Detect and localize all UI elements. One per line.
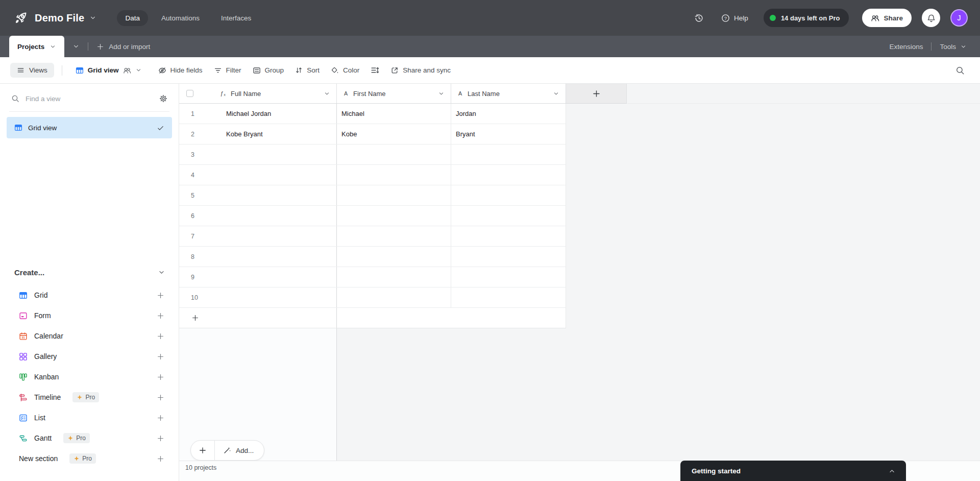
cell-last-name[interactable]: Bryant xyxy=(451,124,566,144)
cell-first-name[interactable] xyxy=(337,267,451,287)
cell-full-name[interactable]: 3 xyxy=(179,145,337,164)
create-item-grid[interactable]: Grid xyxy=(0,285,179,305)
rocket-logo-icon[interactable] xyxy=(14,11,28,25)
cell-first-name[interactable] xyxy=(337,145,451,164)
column-header-first-name[interactable]: First Name xyxy=(337,84,451,103)
create-item-new-section[interactable]: New sectionPro xyxy=(0,448,179,469)
gear-icon[interactable] xyxy=(159,94,167,103)
add-view-icon[interactable] xyxy=(157,312,164,320)
tools-button[interactable]: Tools xyxy=(940,43,967,51)
add-or-import-button[interactable]: Add or import xyxy=(96,43,150,51)
filter-button[interactable]: Filter xyxy=(208,63,247,78)
grid-view-button[interactable]: Grid view xyxy=(70,63,148,78)
cell-last-name[interactable] xyxy=(451,267,566,287)
help-button[interactable]: Help xyxy=(721,14,748,22)
cell-last-name[interactable] xyxy=(451,206,566,226)
cell-last-name[interactable] xyxy=(451,185,566,205)
group-button[interactable]: Group xyxy=(247,63,290,78)
add-field-button[interactable] xyxy=(566,84,627,103)
add-view-icon[interactable] xyxy=(157,455,164,463)
add-view-icon[interactable] xyxy=(157,292,164,299)
cell-last-name[interactable]: Jordan xyxy=(451,104,566,124)
create-item-list[interactable]: List xyxy=(0,407,179,428)
table-row[interactable]: 5 xyxy=(179,185,566,206)
cell-last-name[interactable] xyxy=(451,247,566,267)
create-item-form[interactable]: Form xyxy=(0,305,179,326)
cell-first-name[interactable]: Kobe xyxy=(337,124,451,144)
cell-full-name[interactable]: 10 xyxy=(179,287,337,307)
add-row[interactable] xyxy=(179,308,566,328)
sort-button[interactable]: Sort xyxy=(289,63,325,78)
topbar-tab-interfaces[interactable]: Interfaces xyxy=(213,10,259,26)
cell-full-name[interactable]: 4 xyxy=(179,165,337,185)
extensions-button[interactable]: Extensions xyxy=(889,43,923,51)
chevron-down-icon[interactable] xyxy=(50,43,56,50)
add-view-icon[interactable] xyxy=(157,414,164,422)
chevron-down-icon[interactable] xyxy=(438,90,445,97)
create-item-kanban[interactable]: Kanban xyxy=(0,367,179,387)
find-view-input[interactable] xyxy=(26,95,153,103)
table-row[interactable]: 6 xyxy=(179,206,566,226)
table-list-chevron-icon[interactable] xyxy=(72,43,80,50)
cell-full-name[interactable]: 5 xyxy=(179,185,337,205)
share-and-sync-button[interactable]: Share and sync xyxy=(385,63,456,78)
cell-last-name[interactable] xyxy=(451,226,566,246)
table-row[interactable]: 2Kobe BryantKobeBryant xyxy=(179,124,566,145)
search-icon[interactable] xyxy=(955,66,965,75)
create-section-header[interactable]: Create... xyxy=(0,263,179,281)
add-row-left[interactable] xyxy=(179,308,337,328)
add-view-icon[interactable] xyxy=(157,332,164,340)
history-icon[interactable] xyxy=(694,13,704,23)
cell-first-name[interactable] xyxy=(337,247,451,267)
color-button[interactable]: Color xyxy=(325,63,365,78)
column-header-full-name[interactable]: Full Name xyxy=(179,84,337,103)
cell-first-name[interactable] xyxy=(337,287,451,307)
table-row[interactable]: 10 xyxy=(179,287,566,308)
create-item-gantt[interactable]: GanttPro xyxy=(0,428,179,448)
base-title[interactable]: Demo File xyxy=(35,12,84,24)
notifications-button[interactable] xyxy=(922,9,940,27)
add-with-ai-button[interactable]: Add... xyxy=(215,446,264,454)
cell-last-name[interactable] xyxy=(451,165,566,185)
getting-started-panel[interactable]: Getting started xyxy=(680,461,906,481)
cell-first-name[interactable] xyxy=(337,185,451,205)
cell-first-name[interactable] xyxy=(337,165,451,185)
create-item-calendar[interactable]: Calendar xyxy=(0,326,179,346)
cell-full-name[interactable]: 2Kobe Bryant xyxy=(179,124,337,144)
sidebar-item-grid-view[interactable]: Grid view xyxy=(7,117,172,138)
column-header-last-name[interactable]: Last Name xyxy=(451,84,566,103)
cell-first-name[interactable] xyxy=(337,226,451,246)
hide-fields-button[interactable]: Hide fields xyxy=(153,63,208,78)
create-item-gallery[interactable]: Gallery xyxy=(0,346,179,367)
trial-badge[interactable]: 14 days left on Pro xyxy=(764,9,849,27)
topbar-tab-automations[interactable]: Automations xyxy=(153,10,208,26)
share-button[interactable]: Share xyxy=(862,9,912,27)
add-view-icon[interactable] xyxy=(157,394,164,401)
tab-projects[interactable]: Projects xyxy=(9,36,64,57)
table-row[interactable]: 4 xyxy=(179,165,566,185)
cell-full-name[interactable]: 9 xyxy=(179,267,337,287)
create-item-timeline[interactable]: TimelinePro xyxy=(0,387,179,407)
topbar-tab-data[interactable]: Data xyxy=(117,10,148,26)
cell-full-name[interactable]: 7 xyxy=(179,226,337,246)
select-all-checkbox[interactable] xyxy=(186,90,193,97)
add-record-button[interactable] xyxy=(191,441,214,460)
add-view-icon[interactable] xyxy=(157,373,164,381)
cell-full-name[interactable]: 8 xyxy=(179,247,337,267)
views-button[interactable]: Views xyxy=(10,63,54,78)
add-view-icon[interactable] xyxy=(157,435,164,442)
table-row[interactable]: 3 xyxy=(179,145,566,165)
cell-first-name[interactable]: Michael xyxy=(337,104,451,124)
chevron-down-icon[interactable] xyxy=(89,14,96,21)
table-row[interactable]: 8 xyxy=(179,247,566,267)
table-row[interactable]: 1Michael JordanMichaelJordan xyxy=(179,104,566,124)
row-height-button[interactable] xyxy=(365,62,385,78)
chevron-down-icon[interactable] xyxy=(324,90,330,97)
avatar[interactable]: J xyxy=(950,9,968,27)
table-row[interactable]: 7 xyxy=(179,226,566,247)
cell-full-name[interactable]: 1Michael Jordan xyxy=(179,104,337,124)
cell-full-name[interactable]: 6 xyxy=(179,206,337,226)
cell-first-name[interactable] xyxy=(337,206,451,226)
table-row[interactable]: 9 xyxy=(179,267,566,287)
cell-last-name[interactable] xyxy=(451,145,566,164)
